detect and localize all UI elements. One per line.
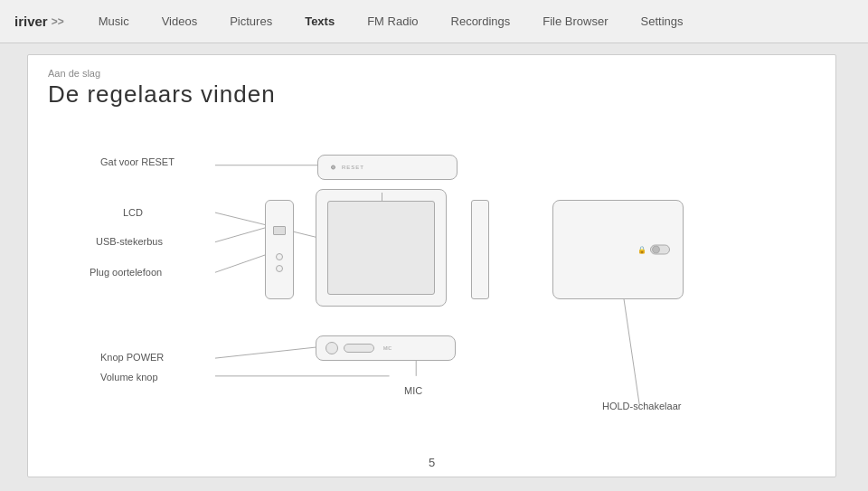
- nav-item-videos[interactable]: Videos: [146, 0, 214, 43]
- hold-switch-lock-icon: 🔒: [637, 246, 646, 254]
- logo-text: iriver: [14, 14, 48, 29]
- breadcrumb: Aan de slag: [48, 68, 100, 79]
- nav-logo[interactable]: iriver >>: [14, 14, 64, 29]
- nav-item-filebrowser[interactable]: File Browser: [526, 0, 624, 43]
- reset-hole: [331, 165, 335, 170]
- port-circle-1: [276, 253, 283, 260]
- label-hold: HOLD-schakelaar: [602, 401, 681, 411]
- power-button: [326, 342, 338, 354]
- volume-slider: [344, 344, 374, 353]
- hold-switch-knob: [652, 246, 660, 254]
- label-mic: MIC: [404, 385, 422, 396]
- screen-line: [382, 193, 382, 202]
- svg-line-2: [215, 226, 271, 242]
- label-power: Knop POWER: [100, 352, 164, 363]
- nav-item-pictures[interactable]: Pictures: [213, 0, 288, 43]
- hold-switch: [650, 245, 670, 255]
- mic-label-device: MIC: [383, 345, 392, 351]
- port-circles: [276, 253, 283, 272]
- device-bottom-bar: MIC: [316, 335, 456, 361]
- nav-item-texts[interactable]: Texts: [288, 0, 351, 43]
- nav-item-recordings[interactable]: Recordings: [435, 0, 527, 43]
- port-circle-2: [276, 265, 283, 272]
- nav-item-fmradio[interactable]: FM Radio: [351, 0, 434, 43]
- usb-port: [273, 226, 286, 235]
- label-volume: Volume knop: [100, 372, 158, 382]
- diagram-area: Gat voor RESET LCD USB-stekerbus Plug oo…: [28, 146, 835, 440]
- page-title: De regelaars vinden: [48, 80, 276, 109]
- device-far-right: 🔒: [552, 200, 684, 299]
- nav-item-music[interactable]: Music: [82, 0, 146, 43]
- device-center-front: [316, 189, 447, 307]
- device-left-side: [265, 200, 294, 299]
- logo-arrows: >>: [52, 15, 64, 28]
- main-content: Aan de slag De regelaars vinden Gat voor…: [27, 54, 836, 477]
- device-screen: [327, 201, 435, 295]
- page-number: 5: [429, 456, 435, 469]
- label-lcd: LCD: [123, 207, 143, 218]
- device-top-label: RESET: [342, 165, 364, 170]
- svg-line-3: [215, 253, 271, 273]
- label-plug: Plug oortelefoon: [90, 267, 162, 278]
- nav-item-settings[interactable]: Settings: [625, 0, 700, 43]
- label-reset: Gat voor RESET: [100, 156, 175, 167]
- device-top-bar: RESET: [317, 155, 458, 180]
- device-right-side: [471, 200, 489, 299]
- navbar: iriver >> Music Videos Pictures Texts FM…: [0, 0, 868, 43]
- svg-line-4: [215, 346, 323, 358]
- label-usb: USB-stekerbus: [96, 236, 163, 247]
